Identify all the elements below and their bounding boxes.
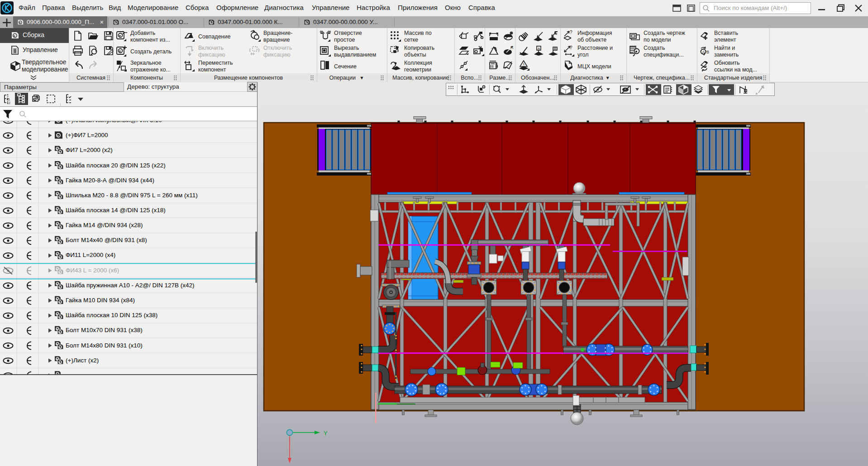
svg-text:1: 1 xyxy=(7,94,9,97)
svg-text:A: A xyxy=(538,47,540,51)
svg-text:?: ? xyxy=(570,30,572,35)
svg-text:11: 11 xyxy=(7,98,10,101)
svg-text:12: 12 xyxy=(7,101,10,105)
svg-text:?: ? xyxy=(570,45,572,50)
svg-text:Y: Y xyxy=(324,430,328,437)
svg-text:1: 1 xyxy=(523,62,525,66)
svg-text:A: A xyxy=(702,50,705,54)
svg-text:R: R xyxy=(510,45,514,50)
svg-text:B: B xyxy=(706,50,709,54)
